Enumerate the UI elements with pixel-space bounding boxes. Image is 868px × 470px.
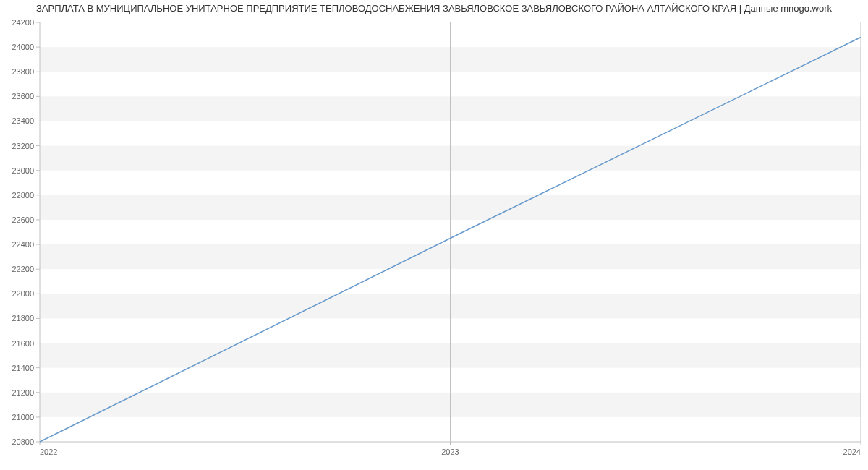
y-tick-label: 21200: [12, 388, 34, 397]
y-tick-label: 22800: [12, 191, 34, 200]
y-tick-label: 23600: [12, 92, 34, 101]
y-tick-label: 21800: [12, 314, 34, 322]
chart-area: 2080021000212002140021600218002200022200…: [0, 15, 868, 463]
y-tick-label: 22400: [12, 240, 34, 249]
y-tick-label: 24000: [12, 43, 34, 51]
y-tick-label: 21000: [12, 413, 34, 422]
chart-title: ЗАРПЛАТА В МУНИЦИПАЛЬНОЕ УНИТАРНОЕ ПРЕДП…: [0, 0, 868, 15]
y-tick-label: 23200: [12, 142, 34, 150]
y-tick-label: 22200: [12, 265, 34, 273]
x-tick-label: 2023: [441, 448, 459, 456]
x-tick-label: 2024: [843, 448, 861, 456]
y-tick-label: 21400: [12, 364, 34, 372]
y-tick-label: 22000: [12, 289, 34, 298]
x-tick-label: 2022: [40, 448, 57, 456]
y-tick-label: 20800: [12, 437, 34, 446]
y-tick-label: 23000: [12, 166, 34, 175]
y-tick-label: 22600: [12, 215, 34, 224]
y-tick-label: 24200: [12, 18, 34, 27]
y-tick-label: 23400: [12, 116, 34, 125]
y-tick-label: 23800: [12, 67, 34, 76]
y-tick-label: 21600: [12, 339, 34, 348]
line-chart: 2080021000212002140021600218002200022200…: [0, 15, 868, 463]
